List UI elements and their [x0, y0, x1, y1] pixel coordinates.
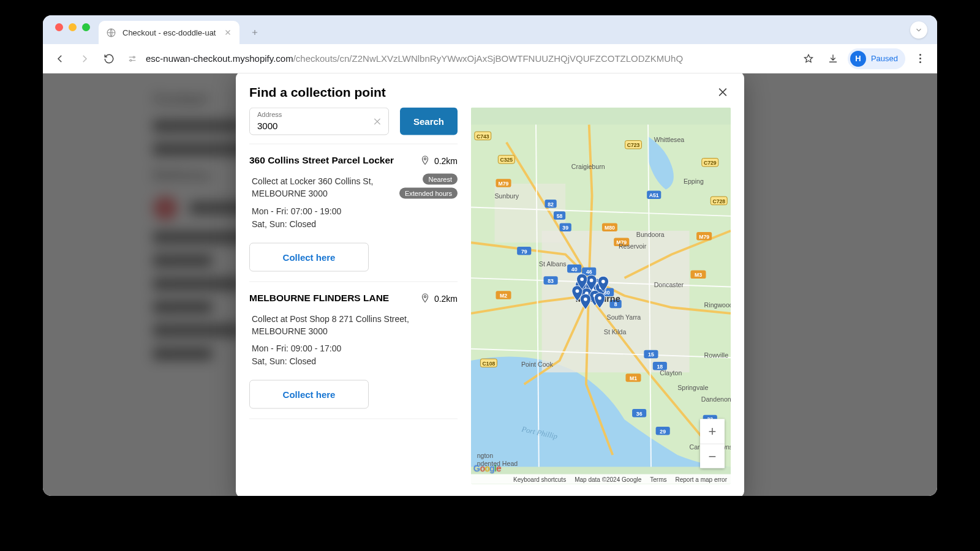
svg-point-4: [424, 295, 426, 297]
search-button[interactable]: Search: [400, 108, 458, 135]
svg-point-2: [130, 59, 132, 61]
results-list: 360 Collins Street Parcel Locker 0.2km N…: [249, 144, 458, 484]
zoom-in-button[interactable]: +: [700, 419, 725, 444]
address-bar: esc-nuwan-checkout.myshopify.com/checkou…: [43, 44, 937, 73]
tabs-dropdown-button[interactable]: [910, 21, 927, 39]
url-display[interactable]: esc-nuwan-checkout.myshopify.com/checkou…: [146, 53, 794, 64]
svg-text:Epping: Epping: [684, 178, 704, 185]
result-address: Collect at Post Shop 8 271 Collins Stree…: [249, 312, 458, 337]
page-viewport: Contact ████████████ ███████████████████…: [43, 73, 937, 496]
window-controls: [55, 23, 90, 31]
terms-link[interactable]: Terms: [650, 476, 666, 482]
badges: NearestExtended hours: [399, 174, 458, 199]
forward-button[interactable]: [75, 49, 94, 69]
svg-text:Reservoir: Reservoir: [619, 242, 647, 250]
svg-text:C728: C728: [712, 198, 725, 204]
svg-text:Springvale: Springvale: [677, 384, 708, 391]
svg-text:79: 79: [521, 249, 527, 255]
tab-bar: Checkout - esc-doddle-uat: [43, 15, 937, 44]
downloads-button[interactable]: [823, 49, 843, 69]
svg-point-91: [590, 279, 594, 282]
svg-point-99: [598, 296, 601, 300]
modal-title: Find a collection point: [249, 85, 386, 100]
minimize-window-button[interactable]: [69, 23, 77, 31]
svg-text:M80: M80: [605, 225, 615, 231]
download-icon: [827, 53, 839, 64]
result-item: MELBOURNE FLINDERS LANE 0.2km Collect at…: [249, 282, 458, 419]
collect-here-button[interactable]: Collect here: [249, 242, 369, 271]
browser-tab[interactable]: Checkout - esc-doddle-uat: [99, 21, 239, 44]
svg-text:46: 46: [586, 269, 592, 275]
svg-text:M3: M3: [695, 272, 702, 278]
svg-text:Craigieburn: Craigieburn: [571, 163, 605, 170]
svg-text:St Albans: St Albans: [539, 260, 567, 268]
svg-text:29: 29: [660, 429, 666, 435]
pin-icon: [420, 291, 431, 305]
zoom-out-button[interactable]: −: [700, 444, 725, 468]
svg-text:Sunbury: Sunbury: [495, 192, 519, 200]
globe-icon: [106, 28, 116, 38]
map-attribution: Keyboard shortcuts Map data ©2024 Google…: [471, 474, 731, 484]
svg-text:18: 18: [657, 364, 663, 370]
url-path: /checkouts/cn/Z2NwLXVzLWNlbnRyYWwxOjAxSj…: [293, 53, 683, 64]
results-panel: Address Search 360 Collins Street Parcel…: [249, 108, 458, 484]
svg-text:St Kilda: St Kilda: [604, 328, 627, 335]
arrow-right-icon: [79, 53, 90, 64]
svg-point-94: [576, 289, 579, 293]
plus-icon: [251, 28, 259, 37]
browser-window: Checkout - esc-doddle-uat esc-nuwan-chec…: [43, 15, 937, 496]
svg-point-97: [601, 280, 605, 283]
clear-input-icon[interactable]: [372, 116, 382, 127]
badge: Nearest: [423, 174, 458, 185]
svg-text:M79: M79: [699, 234, 709, 240]
star-icon: [803, 53, 814, 64]
svg-text:82: 82: [548, 201, 554, 208]
svg-text:South Yarra: South Yarra: [607, 313, 641, 321]
avatar: H: [850, 51, 866, 67]
tab-title: Checkout - esc-doddle-uat: [123, 28, 216, 37]
svg-text:Bundoora: Bundoora: [636, 231, 665, 238]
back-button[interactable]: [50, 49, 70, 69]
result-distance: 0.2km: [420, 154, 458, 168]
svg-text:C729: C729: [704, 160, 717, 166]
badge: Extended hours: [399, 188, 458, 199]
arrow-left-icon: [55, 53, 66, 64]
report-error-link[interactable]: Report a map error: [676, 476, 727, 482]
site-info-button[interactable]: [124, 50, 141, 67]
svg-text:40: 40: [571, 266, 578, 272]
address-input-wrapper[interactable]: Address: [249, 108, 389, 135]
svg-text:36: 36: [636, 411, 643, 417]
svg-text:83: 83: [548, 278, 554, 284]
collect-here-button[interactable]: Collect here: [249, 380, 369, 409]
svg-text:M1: M1: [630, 375, 637, 381]
result-hours: Mon - Fri: 09:00 - 17:00Sat, Sun: Closed: [249, 342, 458, 368]
svg-text:Point Cook: Point Cook: [521, 361, 554, 368]
svg-text:M79: M79: [499, 181, 509, 187]
maximize-window-button[interactable]: [82, 23, 90, 31]
svg-text:ngton: ngton: [477, 452, 494, 459]
reload-button[interactable]: [99, 49, 119, 69]
pin-icon: [420, 154, 431, 168]
svg-text:C743: C743: [477, 133, 489, 140]
profile-button[interactable]: H Paused: [848, 48, 905, 69]
close-window-button[interactable]: [55, 23, 63, 31]
chevron-down-icon: [914, 26, 923, 34]
modal-close-button[interactable]: [715, 84, 731, 100]
result-name: MELBOURNE FLINDERS LANE: [249, 291, 413, 304]
keyboard-shortcuts-link[interactable]: Keyboard shortcuts: [513, 476, 566, 482]
svg-text:Rowville: Rowville: [704, 351, 729, 359]
svg-text:Doncaster: Doncaster: [654, 281, 684, 288]
close-tab-icon[interactable]: [224, 28, 232, 37]
map[interactable]: C743 C325 C723 C729 C728 C108 82 58 39 A…: [471, 108, 731, 484]
new-tab-button[interactable]: [246, 23, 264, 42]
bookmark-button[interactable]: [799, 49, 818, 69]
browser-menu-button[interactable]: [910, 54, 930, 63]
collection-point-modal: Find a collection point Address: [236, 73, 744, 496]
svg-point-96: [580, 277, 584, 281]
svg-text:Ringwood: Ringwood: [704, 301, 731, 309]
close-icon: [717, 86, 729, 99]
svg-point-98: [584, 298, 587, 301]
svg-text:C108: C108: [483, 361, 496, 367]
svg-text:Whittlesea: Whittlesea: [654, 136, 685, 143]
map-canvas: C743 C325 C723 C729 C728 C108 82 58 39 A…: [471, 108, 731, 484]
